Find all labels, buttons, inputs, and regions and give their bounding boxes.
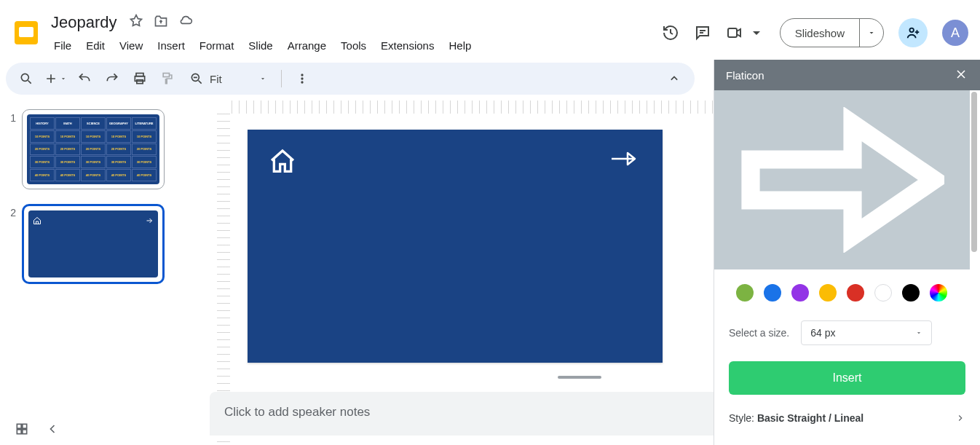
menu-help[interactable]: Help <box>443 36 477 55</box>
zoom-label: Fit <box>210 73 253 85</box>
svg-rect-6 <box>163 74 169 77</box>
cloud-icon[interactable] <box>178 14 193 31</box>
svg-rect-14 <box>23 430 27 434</box>
jeopardy-header-cell: SCIENCE <box>81 117 106 130</box>
menu-insert[interactable]: Insert <box>151 36 191 55</box>
jeopardy-cell: 30 POINTS <box>132 156 157 168</box>
slide-number: 2 <box>6 204 16 284</box>
chevron-down-icon <box>748 24 765 42</box>
jeopardy-cell: 40 POINTS <box>132 169 157 181</box>
svg-rect-13 <box>17 430 21 434</box>
slide-canvas[interactable] <box>248 130 663 363</box>
jeopardy-header-cell: MATH <box>55 117 80 130</box>
jeopardy-cell: 40 POINTS <box>106 169 131 181</box>
slide-number: 1 <box>6 109 16 189</box>
color-swatch[interactable] <box>902 284 920 302</box>
jeopardy-cell: 20 POINTS <box>132 143 157 156</box>
menu-tools[interactable]: Tools <box>335 36 372 55</box>
menu-edit[interactable]: Edit <box>80 36 111 55</box>
slide-panel: 1 HISTORYMATHSCIENCEGEOGRAPHYLITERATURE1… <box>0 101 179 445</box>
home-icon <box>33 215 42 228</box>
size-select[interactable]: 64 px <box>801 320 932 345</box>
jeopardy-cell: 30 POINTS <box>30 156 55 168</box>
menu-slide[interactable]: Slide <box>242 36 278 55</box>
user-avatar[interactable]: A <box>942 20 968 46</box>
menu-file[interactable]: File <box>48 36 77 55</box>
search-icon[interactable] <box>16 68 36 89</box>
arrow-right-icon[interactable] <box>610 150 639 170</box>
color-swatch[interactable] <box>736 284 754 302</box>
undo-button[interactable] <box>74 68 95 89</box>
chevron-right-icon[interactable] <box>955 413 965 423</box>
person-add-icon <box>905 25 921 41</box>
flaticon-sidebar: Flaticon Select a size. 64 px Insert Sty… <box>714 60 980 445</box>
new-slide-button[interactable] <box>44 71 67 86</box>
size-value: 64 px <box>810 327 835 339</box>
jeopardy-header-cell: LITERATURE <box>132 117 157 130</box>
toolbar: Fit <box>6 63 695 95</box>
toolbar-divider <box>281 70 282 87</box>
arrow-right-icon <box>145 215 154 228</box>
plus-icon <box>44 71 58 86</box>
slideshow-button[interactable]: Slideshow <box>781 19 859 47</box>
jeopardy-cell: 40 POINTS <box>55 169 80 181</box>
chevron-down-icon <box>867 28 876 37</box>
color-swatch[interactable] <box>847 284 864 302</box>
chevron-left-icon[interactable] <box>45 422 60 439</box>
insert-button[interactable]: Insert <box>729 361 965 395</box>
color-swatch[interactable] <box>930 284 947 302</box>
jeopardy-cell: 10 POINTS <box>30 130 55 143</box>
slides-logo[interactable] <box>12 18 41 47</box>
star-icon[interactable] <box>129 14 143 31</box>
app-header: Jeopardy File Edit View Insert Format Sl… <box>0 0 980 60</box>
color-swatch[interactable] <box>764 284 781 302</box>
svg-rect-0 <box>728 28 737 37</box>
home-icon[interactable] <box>268 147 297 179</box>
collapse-toolbar-button[interactable] <box>664 68 684 89</box>
slide-thumbnail-2[interactable] <box>22 204 165 284</box>
jeopardy-cell: 10 POINTS <box>132 130 157 143</box>
move-icon[interactable] <box>154 14 168 31</box>
scrollbar[interactable] <box>971 90 977 445</box>
menu-format[interactable]: Format <box>194 36 240 55</box>
print-button[interactable] <box>130 68 150 89</box>
menu-extensions[interactable]: Extensions <box>375 36 440 55</box>
size-label: Select a size. <box>729 327 789 339</box>
color-swatch[interactable] <box>874 284 892 302</box>
slide-thumbnail-1[interactable]: HISTORYMATHSCIENCEGEOGRAPHYLITERATURE10 … <box>22 109 165 189</box>
document-title[interactable]: Jeopardy <box>48 12 120 34</box>
icon-preview <box>714 90 970 269</box>
zoom-icon <box>189 71 204 86</box>
slideshow-dropdown[interactable] <box>859 19 883 47</box>
arrow-right-icon <box>740 107 944 253</box>
menu-view[interactable]: View <box>114 36 149 55</box>
jeopardy-header-cell: GEOGRAPHY <box>106 117 131 130</box>
svg-point-9 <box>301 77 303 79</box>
svg-rect-12 <box>23 424 27 428</box>
splitter-handle[interactable] <box>558 376 601 379</box>
jeopardy-cell: 40 POINTS <box>81 169 106 181</box>
jeopardy-cell: 10 POINTS <box>106 130 131 143</box>
comments-icon[interactable] <box>694 24 711 42</box>
more-button[interactable] <box>292 68 312 89</box>
color-picker-row <box>714 269 980 316</box>
paint-format-button[interactable] <box>157 68 178 89</box>
meet-button[interactable] <box>726 24 765 42</box>
slideshow-group: Slideshow <box>780 18 884 47</box>
chevron-down-icon <box>259 75 266 82</box>
jeopardy-cell: 20 POINTS <box>55 143 80 156</box>
share-button[interactable] <box>898 18 928 47</box>
jeopardy-cell: 20 POINTS <box>106 143 131 156</box>
zoom-control[interactable]: Fit <box>185 71 271 86</box>
grid-view-icon[interactable] <box>15 422 29 439</box>
color-swatch[interactable] <box>791 284 809 302</box>
jeopardy-cell: 10 POINTS <box>55 130 80 143</box>
color-swatch[interactable] <box>819 284 837 302</box>
history-icon[interactable] <box>662 24 679 42</box>
menu-arrange[interactable]: Arrange <box>282 36 332 55</box>
chevron-down-icon <box>60 75 67 82</box>
redo-button[interactable] <box>102 68 122 89</box>
svg-point-8 <box>301 74 303 76</box>
style-label: Style: Basic Straight / Lineal <box>729 412 864 424</box>
close-icon[interactable] <box>954 67 968 84</box>
